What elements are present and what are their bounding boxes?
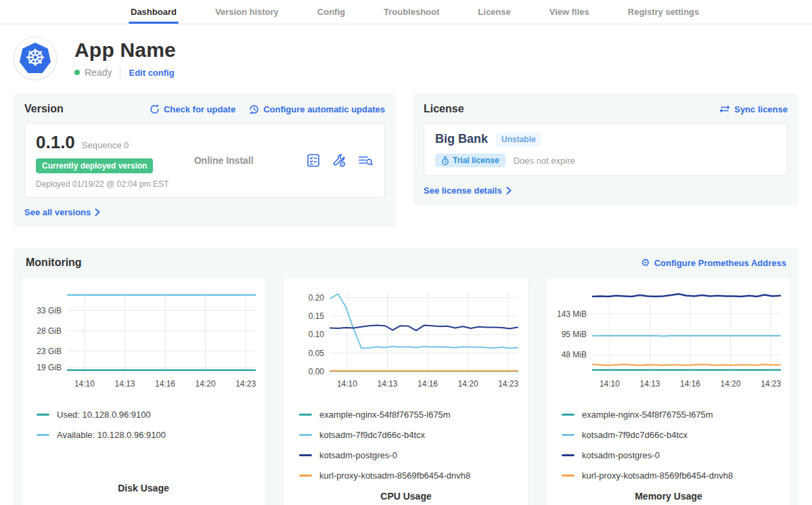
legend-swatch <box>299 454 312 456</box>
svg-text:14:16: 14:16 <box>155 379 175 389</box>
configure-automatic-updates-button[interactable]: Configure automatic updates <box>249 104 385 114</box>
legend-item: Available: 10.128.0.96:9100 <box>37 430 261 440</box>
memory-usage-chart: 48 MiB95 MiB143 MiB14:1014:1314:1614:201… <box>551 285 786 395</box>
version-card-title: Version <box>24 103 64 115</box>
legend-label: example-nginx-54f8f76755-l675m <box>319 410 451 420</box>
status-dot-icon <box>74 70 80 75</box>
check-for-update-button[interactable]: Check for update <box>150 104 235 114</box>
svg-text:0.15: 0.15 <box>309 311 325 321</box>
legend-swatch <box>562 454 574 456</box>
customer-name: Big Bank <box>435 132 488 146</box>
tab-license[interactable]: License <box>477 1 511 24</box>
legend-item: example-nginx-54f8f76755-l675m <box>299 410 524 420</box>
cpu-usage-chart-title: CPU Usage <box>288 491 524 504</box>
legend-swatch <box>299 434 312 436</box>
cpu-usage-chart: 0.000.050.100.150.2014:1014:1314:1614:20… <box>288 285 524 395</box>
legend-item: Used: 10.128.0.96:9100 <box>37 410 261 420</box>
deploy-logs-icon[interactable] <box>357 153 374 168</box>
svg-text:14:20: 14:20 <box>721 379 741 389</box>
memory-usage-chart-card: 48 MiB95 MiB143 MiB14:1014:1314:1614:201… <box>547 278 790 505</box>
see-license-details-link[interactable]: See license details <box>424 185 512 196</box>
refresh-icon <box>150 104 160 114</box>
svg-text:14:16: 14:16 <box>680 379 700 389</box>
svg-text:0.00: 0.00 <box>309 367 325 376</box>
svg-text:14:13: 14:13 <box>114 379 135 389</box>
svg-text:19 GiB: 19 GiB <box>37 363 62 372</box>
legend-label: kotsadm-7f9dc7d66c-b4tcx <box>582 430 687 440</box>
svg-text:28 GiB: 28 GiB <box>37 326 62 336</box>
svg-text:14:10: 14:10 <box>600 379 620 389</box>
svg-text:143 MiB: 143 MiB <box>557 309 587 319</box>
svg-text:14:13: 14:13 <box>377 379 397 389</box>
disk-usage-chart-card: 19 GiB23 GiB28 GiB33 GiB14:1014:1314:161… <box>22 278 265 505</box>
chart-canvas: 48 MiB95 MiB143 MiB14:1014:1314:1614:201… <box>551 285 785 392</box>
cpu-usage-chart-card: 0.000.050.100.150.2014:1014:1314:1614:20… <box>284 278 528 505</box>
gear-icon: ⚙ <box>641 258 650 268</box>
sync-license-button[interactable]: Sync license <box>719 104 788 114</box>
preflight-checklist-icon[interactable] <box>306 153 321 168</box>
edit-config-link[interactable]: Edit config <box>129 68 174 78</box>
svg-text:14:23: 14:23 <box>761 379 781 389</box>
page-title: App Name <box>74 39 176 62</box>
legend-label: kotsadm-postgres-0 <box>319 450 397 460</box>
memory-usage-chart-title: Memory Usage <box>551 491 786 504</box>
chart-canvas: 0.000.050.100.150.2014:1014:1314:1614:20… <box>288 285 522 392</box>
license-detail-card: Big Bank Unstable Trial license Does not… <box>424 123 788 176</box>
legend-item: kotsadm-7f9dc7d66c-b4tcx <box>562 430 786 440</box>
svg-text:0.20: 0.20 <box>309 293 325 303</box>
tab-registry-settings[interactable]: Registry settings <box>627 1 700 24</box>
top-navigation: Dashboard Version history Config Trouble… <box>0 0 812 24</box>
chevron-right-icon <box>95 208 100 216</box>
sequence-label: Sequence 0 <box>82 140 129 150</box>
app-logo: ☸ <box>14 37 57 80</box>
legend-swatch <box>37 414 49 416</box>
legend-swatch <box>562 434 574 436</box>
tab-view-files[interactable]: View files <box>549 1 590 24</box>
legend-swatch <box>562 475 574 477</box>
disk-usage-chart-title: Disk Usage <box>26 483 261 496</box>
svg-text:14:23: 14:23 <box>498 379 518 389</box>
monitoring-section: Monitoring ⚙ Configure Prometheus Addres… <box>14 248 798 505</box>
legend-label: example-nginx-54f8f76755-l675m <box>582 410 713 420</box>
config-wrench-icon[interactable] <box>332 153 346 168</box>
deployed-timestamp: Deployed 01/19/22 @ 02:04 pm EST <box>36 179 168 189</box>
configure-prometheus-button[interactable]: ⚙ Configure Prometheus Address <box>641 258 786 268</box>
sync-arrows-icon <box>719 104 730 114</box>
svg-text:23 GiB: 23 GiB <box>37 347 62 356</box>
svg-text:14:20: 14:20 <box>458 379 478 389</box>
install-type-label: Online Install <box>194 155 254 166</box>
version-number: 0.1.0 <box>36 132 75 153</box>
legend-label: kurl-proxy-kotsadm-8569fb6454-dnvh8 <box>319 470 470 481</box>
svg-text:14:13: 14:13 <box>639 379 660 389</box>
memory-usage-legend: example-nginx-54f8f76755-l675mkotsadm-7f… <box>562 410 786 491</box>
trial-license-badge: Trial license <box>435 154 505 167</box>
legend-item: kurl-proxy-kotsadm-8569fb6454-dnvh8 <box>562 470 786 481</box>
current-version-card: 0.1.0 Sequence 0 Currently deployed vers… <box>24 123 385 198</box>
cpu-usage-legend: example-nginx-54f8f76755-l675mkotsadm-7f… <box>299 410 524 491</box>
legend-item: kotsadm-postgres-0 <box>299 450 524 460</box>
app-header: ☸ App Name Ready Edit config <box>0 24 812 89</box>
license-card-title: License <box>424 103 464 115</box>
svg-text:95 MiB: 95 MiB <box>562 330 587 339</box>
status-badge: Ready <box>85 67 112 78</box>
legend-label: kurl-proxy-kotsadm-8569fb6454-dnvh8 <box>582 470 733 481</box>
legend-swatch <box>299 475 312 477</box>
legend-swatch <box>37 434 49 436</box>
tab-config[interactable]: Config <box>317 1 346 24</box>
channel-badge: Unstable <box>496 133 541 146</box>
kubernetes-wheel-icon: ☸ <box>25 46 45 69</box>
tab-troubleshoot[interactable]: Troubleshoot <box>383 1 440 24</box>
see-all-versions-link[interactable]: See all versions <box>24 207 100 217</box>
legend-label: kotsadm-7f9dc7d66c-b4tcx <box>319 430 425 440</box>
version-card: Version Check for update Configure au <box>14 93 396 227</box>
divider <box>120 67 120 78</box>
chevron-right-icon <box>506 187 512 194</box>
disk-usage-legend: Used: 10.128.0.96:9100Available: 10.128.… <box>37 410 261 450</box>
legend-item: kotsadm-postgres-0 <box>562 450 786 460</box>
svg-text:48 MiB: 48 MiB <box>562 350 587 359</box>
legend-swatch <box>299 414 312 416</box>
tab-dashboard[interactable]: Dashboard <box>130 1 177 24</box>
chart-canvas: 19 GiB23 GiB28 GiB33 GiB14:1014:1314:161… <box>26 285 260 392</box>
tab-version-history[interactable]: Version history <box>215 1 279 24</box>
legend-swatch <box>562 414 574 416</box>
